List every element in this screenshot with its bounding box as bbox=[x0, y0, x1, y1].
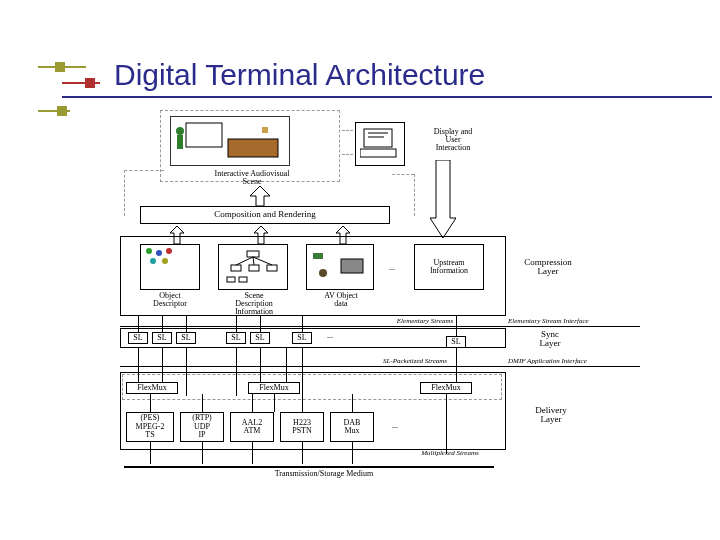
svg-line-18 bbox=[236, 257, 253, 265]
compression-layer-label: CompressionLayer bbox=[512, 258, 584, 276]
dash-left-top bbox=[124, 170, 164, 171]
fc-1 bbox=[138, 348, 139, 382]
deco-line-blue bbox=[62, 96, 712, 98]
scene-illustration bbox=[170, 116, 290, 166]
svg-marker-11 bbox=[170, 226, 184, 244]
fc-4 bbox=[236, 348, 237, 396]
elementary-streams-label: Elementary Streams bbox=[370, 318, 480, 325]
svg-rect-5 bbox=[364, 129, 392, 147]
svg-point-2 bbox=[176, 127, 184, 135]
deco-line-red bbox=[62, 82, 100, 84]
tc-1 bbox=[150, 394, 151, 412]
sync-layer-label: SyncLayer bbox=[520, 330, 580, 348]
vc-3 bbox=[186, 316, 187, 332]
delivery-layer-label: DeliveryLayer bbox=[518, 406, 584, 424]
dash-right-vert bbox=[414, 174, 415, 216]
object-descriptor-box bbox=[140, 244, 200, 290]
svg-marker-10 bbox=[250, 186, 270, 206]
tc-3b bbox=[274, 394, 275, 412]
dash-left-vert bbox=[124, 170, 125, 216]
svg-rect-15 bbox=[231, 265, 241, 271]
fc-6 bbox=[302, 348, 303, 396]
fc-7 bbox=[456, 348, 457, 382]
dash-arrow-2 bbox=[342, 154, 353, 155]
svg-rect-17 bbox=[267, 265, 277, 271]
av-icons bbox=[311, 249, 369, 285]
sl-divider bbox=[120, 366, 640, 367]
sl-box-1: SL bbox=[128, 332, 148, 344]
big-down-arrow bbox=[430, 160, 456, 240]
sl-box-6: SL bbox=[292, 332, 312, 344]
svg-rect-21 bbox=[227, 277, 235, 282]
classroom-icon bbox=[172, 117, 288, 165]
vc-2 bbox=[162, 316, 163, 332]
vc-7 bbox=[456, 316, 457, 336]
ma-2 bbox=[202, 442, 203, 464]
slide-title: Digital Terminal Architecture bbox=[114, 58, 485, 92]
transport-dots: ... bbox=[384, 422, 406, 430]
svg-line-20 bbox=[253, 257, 272, 265]
tc-5 bbox=[352, 394, 353, 412]
monitor-box bbox=[355, 122, 405, 166]
svg-line-19 bbox=[253, 257, 254, 265]
tc-6 bbox=[446, 394, 447, 454]
tc-2 bbox=[202, 394, 203, 412]
svg-rect-24 bbox=[341, 259, 363, 273]
svg-rect-16 bbox=[249, 265, 259, 271]
fc-5 bbox=[260, 348, 261, 382]
uarrow-1 bbox=[170, 226, 184, 244]
pes-box: (PES)MPEG-2TS bbox=[126, 412, 174, 442]
svg-point-25 bbox=[319, 269, 327, 277]
svg-rect-22 bbox=[239, 277, 247, 282]
svg-rect-0 bbox=[228, 139, 278, 157]
medium-bar bbox=[124, 466, 494, 468]
es-interface-label: Elementary Stream Interface bbox=[508, 318, 628, 325]
mid-dots: ... bbox=[380, 264, 404, 272]
fc-5b bbox=[286, 348, 287, 382]
fc-3 bbox=[186, 348, 187, 396]
vc-6 bbox=[302, 316, 303, 332]
svg-rect-1 bbox=[186, 123, 222, 147]
vc-4 bbox=[236, 316, 237, 332]
upstream-box: UpstreamInformation bbox=[414, 244, 484, 290]
uarrow-2 bbox=[254, 226, 268, 244]
vc-1 bbox=[138, 316, 139, 332]
h223-box: H223PSTN bbox=[280, 412, 324, 442]
architecture-diagram: Interactive AudiovisualScene Display and… bbox=[120, 110, 640, 505]
display-user-label: Display andUserInteraction bbox=[417, 128, 489, 152]
sl-box-7: SL bbox=[446, 336, 466, 348]
svg-rect-3 bbox=[177, 135, 183, 149]
sl-dots: ... bbox=[320, 332, 340, 340]
sl-box-3: SL bbox=[176, 332, 196, 344]
deco-line-olive-1 bbox=[38, 66, 86, 68]
tree-icon bbox=[223, 249, 283, 285]
tc-3 bbox=[252, 394, 253, 412]
scene-label: Interactive AudiovisualScene bbox=[202, 170, 302, 186]
object-descriptor-label: ObjectDescriptor bbox=[140, 292, 200, 308]
fc-2 bbox=[162, 348, 163, 382]
rtp-box: (RTP)UDPIP bbox=[180, 412, 224, 442]
vc-5 bbox=[260, 316, 261, 332]
deco-line-olive-2 bbox=[38, 110, 70, 112]
ma-4 bbox=[302, 442, 303, 464]
svg-rect-23 bbox=[313, 253, 323, 259]
multiplexed-streams-label: Multiplexed Streams bbox=[396, 450, 504, 457]
flexmux-dashed bbox=[122, 374, 502, 400]
svg-rect-6 bbox=[360, 149, 396, 157]
svg-marker-9 bbox=[430, 160, 456, 238]
svg-marker-12 bbox=[254, 226, 268, 244]
sl-box-4: SL bbox=[226, 332, 246, 344]
dash-right-top bbox=[392, 174, 414, 175]
dash-arrow-1 bbox=[342, 130, 353, 131]
composition-rendering-box: Composition and Rendering bbox=[140, 206, 390, 224]
aal2-box: AAL2ATM bbox=[230, 412, 274, 442]
sl-box-5: SL bbox=[250, 332, 270, 344]
medium-label: Transmission/Storage Medium bbox=[224, 470, 424, 478]
monitor-icon bbox=[360, 127, 400, 161]
sl-packetized-label: SL-Packetized Streams bbox=[350, 358, 480, 365]
es-divider bbox=[120, 326, 640, 327]
av-object-label: AV Objectdata bbox=[310, 292, 372, 308]
scene-description-label: SceneDescriptionInformation bbox=[214, 292, 294, 316]
ma-3 bbox=[252, 442, 253, 464]
tc-4 bbox=[302, 394, 303, 412]
